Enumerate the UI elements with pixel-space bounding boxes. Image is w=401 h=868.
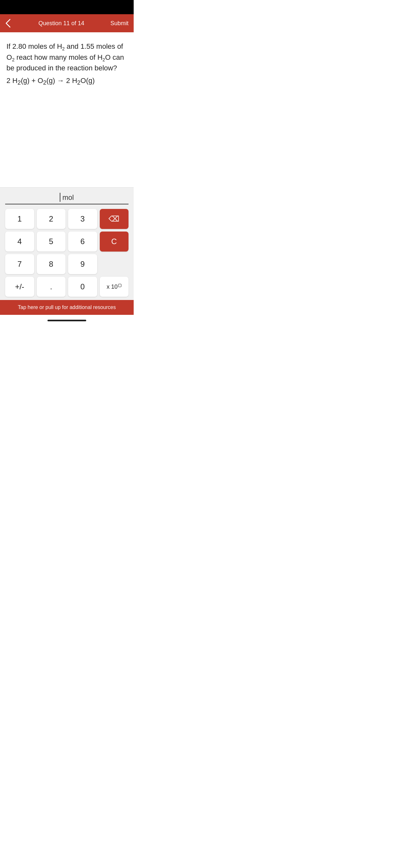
backspace-button[interactable]: ⌫: [100, 209, 129, 229]
clear-button[interactable]: C: [100, 231, 129, 252]
header: Question 11 of 14 Submit: [0, 14, 134, 32]
key-1[interactable]: 1: [5, 209, 34, 229]
backspace-icon: ⌫: [109, 214, 120, 223]
home-indicator: [48, 320, 86, 321]
key-dot[interactable]: .: [37, 277, 66, 297]
keypad: 1 2 3 ⌫ 4 5 6 C 7 8 9 +/- . 0 x 10: [5, 209, 128, 300]
question-text: If 2.80 moles of H2 and 1.55 moles of O2…: [6, 41, 127, 73]
key-0[interactable]: 0: [68, 277, 97, 297]
key-9[interactable]: 9: [68, 254, 97, 274]
key-8[interactable]: 8: [37, 254, 66, 274]
back-button[interactable]: [5, 19, 17, 28]
answer-input-row[interactable]: mol: [5, 193, 128, 205]
status-bar: [0, 0, 134, 14]
bottom-bar: [0, 315, 134, 326]
x10-superscript: [118, 284, 121, 287]
question-area: If 2.80 moles of H2 and 1.55 moles of O2…: [0, 32, 134, 187]
empty-slot-1: [100, 254, 129, 274]
chemical-equation: 2 H2(g) + O2(g) → 2 H2O(g): [6, 76, 127, 86]
footer-bar[interactable]: Tap here or pull up for additional resou…: [0, 300, 134, 315]
footer-text: Tap here or pull up for additional resou…: [18, 305, 116, 310]
question-counter: Question 11 of 14: [17, 20, 106, 27]
key-plus-minus[interactable]: +/-: [5, 277, 34, 297]
key-3[interactable]: 3: [68, 209, 97, 229]
key-7[interactable]: 7: [5, 254, 34, 274]
key-5[interactable]: 5: [37, 231, 66, 252]
input-area: mol 1 2 3 ⌫ 4 5 6 C 7 8 9 +/- . 0 x 10: [0, 187, 134, 300]
text-cursor: [60, 193, 60, 202]
unit-label: mol: [62, 193, 73, 202]
key-6[interactable]: 6: [68, 231, 97, 252]
key-x10[interactable]: x 10: [100, 277, 129, 297]
key-2[interactable]: 2: [37, 209, 66, 229]
key-4[interactable]: 4: [5, 231, 34, 252]
submit-button[interactable]: Submit: [106, 20, 128, 27]
